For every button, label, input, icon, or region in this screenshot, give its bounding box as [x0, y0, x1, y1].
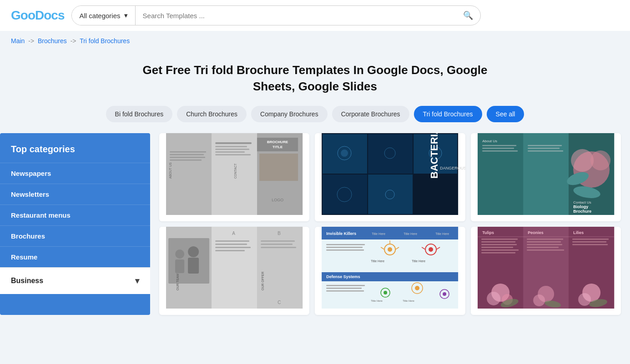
search-input[interactable] [136, 7, 456, 24]
template-card[interactable]: Invisible Killers Title Here Title Here … [315, 227, 465, 315]
template-card[interactable]: BROCHURE TITLE LOGO ABOUT US CONTACT [159, 133, 309, 221]
svg-point-86 [428, 247, 433, 252]
template-card[interactable]: Contact Us Biology Brochure About Us [471, 133, 621, 221]
breadcrumb-brochures[interactable]: Brochures [38, 37, 67, 45]
search-icon: 🔍 [463, 11, 473, 20]
category-dropdown[interactable]: All categories ▾ [72, 6, 135, 25]
svg-rect-71 [261, 240, 295, 242]
svg-rect-56 [257, 227, 302, 309]
svg-point-40 [590, 150, 610, 170]
svg-text:TITLE: TITLE [272, 145, 283, 149]
search-button[interactable]: 🔍 [456, 10, 480, 20]
svg-text:BROCHURE: BROCHURE [267, 140, 288, 144]
svg-text:Title Here: Title Here [412, 259, 425, 263]
svg-text:Tulips: Tulips [482, 230, 494, 235]
svg-text:CONTACT: CONTACT [234, 163, 237, 179]
svg-text:Title Here: Title Here [435, 232, 449, 235]
template-grid: BROCHURE TITLE LOGO ABOUT US CONTACT [150, 133, 630, 315]
svg-rect-119 [481, 244, 517, 245]
svg-rect-70 [215, 250, 245, 251]
svg-rect-25 [368, 175, 413, 214]
sidebar-item-restaurant[interactable]: Restaurant menus [0, 204, 150, 225]
svg-text:Title Here: Title Here [403, 299, 414, 302]
sidebar-item-newsletters[interactable]: Newsletters [0, 184, 150, 204]
svg-rect-19 [170, 160, 202, 161]
logo-d: D [35, 8, 44, 22]
svg-rect-48 [482, 148, 514, 149]
svg-rect-129 [572, 241, 606, 243]
svg-rect-6 [215, 149, 249, 150]
svg-text:Brochure: Brochure [573, 209, 591, 214]
svg-rect-97 [326, 288, 362, 289]
svg-text:Title Here: Title Here [371, 259, 384, 263]
svg-rect-123 [527, 239, 563, 240]
svg-point-132 [487, 292, 500, 305]
svg-text:Peonies: Peonies [528, 230, 544, 235]
pill-corporate[interactable]: Corporate Brochures [332, 106, 409, 122]
svg-point-104 [443, 292, 446, 296]
svg-rect-4 [215, 142, 252, 144]
svg-point-39 [571, 149, 594, 172]
template-card[interactable]: Tulips Peonies Lilies [471, 227, 621, 315]
svg-rect-128 [572, 239, 609, 240]
pill-seeall[interactable]: See all [487, 106, 524, 122]
svg-rect-121 [481, 249, 519, 251]
svg-rect-50 [528, 145, 562, 146]
logo-ocs: ocs [44, 8, 64, 22]
svg-rect-117 [481, 239, 518, 240]
chevron-down-icon: ▾ [124, 11, 128, 20]
page-title: Get Free Tri fold Brochure Templates In … [133, 48, 497, 106]
svg-rect-18 [170, 157, 205, 158]
svg-rect-72 [261, 244, 292, 245]
svg-rect-52 [528, 150, 563, 152]
pill-trifold[interactable]: Tri fold Brochures [414, 106, 482, 122]
sidebar-item-brochures[interactable]: Brochures [0, 225, 150, 246]
breadcrumb: Main -> Brochures -> Tri fold Brochures [0, 31, 630, 48]
svg-rect-49 [482, 150, 518, 152]
svg-rect-91 [326, 244, 365, 245]
pill-company[interactable]: Company Brochures [251, 106, 328, 122]
template-card[interactable]: A B C OUR TEAM OUR OFFER [159, 227, 309, 315]
svg-rect-127 [527, 249, 564, 251]
svg-rect-22 [368, 134, 413, 174]
svg-rect-8 [215, 154, 251, 155]
svg-text:About Us: About Us [482, 139, 497, 143]
svg-rect-62 [175, 259, 184, 273]
svg-rect-51 [528, 148, 559, 149]
svg-text:DANGEROUS: DANGEROUS [440, 166, 465, 170]
svg-text:Title Here: Title Here [403, 232, 417, 235]
svg-text:BACTERIA: BACTERIA [428, 133, 440, 179]
template-card[interactable]: BACTERIA DANGEROUS [315, 133, 465, 221]
svg-text:OUR OFFER: OUR OFFER [261, 272, 264, 290]
sidebar-item-resume[interactable]: Resume [0, 246, 150, 267]
svg-point-63 [188, 246, 199, 257]
svg-rect-67 [215, 240, 249, 242]
header: GooDocs All categories ▾ 🔍 [0, 0, 630, 31]
breadcrumb-main[interactable]: Main [11, 37, 25, 45]
svg-rect-98 [326, 290, 364, 292]
svg-text:Lilies: Lilies [573, 230, 584, 235]
pill-bifold[interactable]: Bi fold Brochures [106, 106, 173, 122]
svg-text:Invisible Killers: Invisible Killers [326, 231, 356, 236]
sidebar-title: Top categories [0, 133, 150, 163]
svg-rect-47 [482, 145, 516, 146]
svg-rect-124 [527, 241, 561, 243]
svg-text:Biology: Biology [573, 204, 588, 209]
svg-rect-126 [527, 247, 559, 248]
svg-rect-16 [170, 151, 206, 153]
svg-text:A: A [232, 231, 235, 236]
svg-rect-17 [170, 154, 204, 155]
svg-rect-7 [215, 151, 245, 153]
breadcrumb-arrow2: -> [71, 37, 76, 45]
svg-rect-68 [215, 244, 247, 245]
svg-point-135 [533, 294, 545, 306]
svg-text:Defense Systems: Defense Systems [326, 274, 360, 279]
sidebar-bottom-business[interactable]: Business ▾ [0, 267, 150, 294]
logo-goo: Goo [11, 8, 35, 22]
category-label: All categories [79, 12, 120, 20]
svg-text:ABOUT US: ABOUT US [169, 162, 172, 179]
sidebar-item-newspapers[interactable]: Newspapers [0, 163, 150, 184]
search-bar: All categories ▾ 🔍 [71, 5, 481, 25]
logo[interactable]: GooDocs [11, 8, 64, 23]
pill-church[interactable]: Church Brochures [177, 106, 247, 122]
